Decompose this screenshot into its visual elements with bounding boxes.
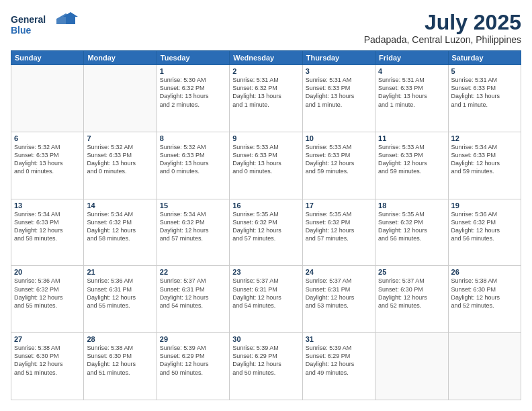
day-number: 21 xyxy=(87,268,153,276)
day-number: 8 xyxy=(160,134,226,142)
svg-text:Blue: Blue xyxy=(11,25,32,36)
calendar-cell: 19Sunrise: 5:36 AM Sunset: 6:32 PM Dayli… xyxy=(448,199,521,266)
calendar-cell: 27Sunrise: 5:38 AM Sunset: 6:30 PM Dayli… xyxy=(11,333,84,400)
week-row-4: 20Sunrise: 5:36 AM Sunset: 6:32 PM Dayli… xyxy=(11,266,521,333)
weekday-header-tuesday: Tuesday xyxy=(157,51,229,65)
calendar-cell: 9Sunrise: 5:33 AM Sunset: 6:33 PM Daylig… xyxy=(230,132,302,199)
day-number: 19 xyxy=(451,201,518,210)
day-number: 7 xyxy=(87,134,153,142)
day-number: 14 xyxy=(87,201,153,210)
calendar-cell: 6Sunrise: 5:32 AM Sunset: 6:33 PM Daylig… xyxy=(11,132,84,199)
day-number: 25 xyxy=(378,268,445,276)
day-number: 17 xyxy=(306,201,372,210)
day-detail: Sunrise: 5:33 AM Sunset: 6:33 PM Dayligh… xyxy=(232,143,299,176)
day-detail: Sunrise: 5:39 AM Sunset: 6:29 PM Dayligh… xyxy=(306,344,372,377)
day-detail: Sunrise: 5:34 AM Sunset: 6:32 PM Dayligh… xyxy=(87,210,153,243)
day-number: 30 xyxy=(232,335,299,343)
day-detail: Sunrise: 5:36 AM Sunset: 6:32 PM Dayligh… xyxy=(451,210,518,243)
day-number: 23 xyxy=(232,268,299,276)
calendar-cell: 14Sunrise: 5:34 AM Sunset: 6:32 PM Dayli… xyxy=(84,199,157,266)
day-detail: Sunrise: 5:34 AM Sunset: 6:33 PM Dayligh… xyxy=(451,143,518,176)
day-number: 10 xyxy=(306,134,372,142)
day-detail: Sunrise: 5:31 AM Sunset: 6:33 PM Dayligh… xyxy=(378,76,445,109)
week-row-3: 13Sunrise: 5:34 AM Sunset: 6:33 PM Dayli… xyxy=(11,199,521,266)
calendar-cell xyxy=(11,65,84,132)
day-detail: Sunrise: 5:38 AM Sunset: 6:30 PM Dayligh… xyxy=(14,344,81,377)
calendar-cell: 30Sunrise: 5:39 AM Sunset: 6:29 PM Dayli… xyxy=(230,333,302,400)
day-detail: Sunrise: 5:39 AM Sunset: 6:29 PM Dayligh… xyxy=(160,344,226,377)
day-detail: Sunrise: 5:35 AM Sunset: 6:32 PM Dayligh… xyxy=(306,210,372,243)
day-number: 13 xyxy=(14,201,81,210)
day-number: 1 xyxy=(160,67,226,75)
calendar-cell: 4Sunrise: 5:31 AM Sunset: 6:33 PM Daylig… xyxy=(375,65,448,132)
calendar-cell: 1Sunrise: 5:30 AM Sunset: 6:32 PM Daylig… xyxy=(157,65,229,132)
calendar-cell: 29Sunrise: 5:39 AM Sunset: 6:29 PM Dayli… xyxy=(157,333,229,400)
weekday-header-row: SundayMondayTuesdayWednesdayThursdayFrid… xyxy=(11,51,521,65)
calendar-cell: 16Sunrise: 5:35 AM Sunset: 6:32 PM Dayli… xyxy=(230,199,302,266)
day-detail: Sunrise: 5:35 AM Sunset: 6:32 PM Dayligh… xyxy=(232,210,299,243)
day-detail: Sunrise: 5:38 AM Sunset: 6:30 PM Dayligh… xyxy=(451,277,518,310)
calendar-cell: 18Sunrise: 5:35 AM Sunset: 6:32 PM Dayli… xyxy=(375,199,448,266)
day-number: 11 xyxy=(378,134,445,142)
day-number: 15 xyxy=(160,201,226,210)
calendar-table: SundayMondayTuesdayWednesdayThursdayFrid… xyxy=(11,50,521,400)
day-number: 29 xyxy=(160,335,226,343)
calendar-cell: 17Sunrise: 5:35 AM Sunset: 6:32 PM Dayli… xyxy=(302,199,375,266)
day-number: 18 xyxy=(378,201,445,210)
calendar-cell: 3Sunrise: 5:31 AM Sunset: 6:33 PM Daylig… xyxy=(302,65,375,132)
day-detail: Sunrise: 5:32 AM Sunset: 6:33 PM Dayligh… xyxy=(160,143,226,176)
day-number: 4 xyxy=(378,67,445,75)
day-detail: Sunrise: 5:37 AM Sunset: 6:30 PM Dayligh… xyxy=(378,277,445,310)
day-detail: Sunrise: 5:36 AM Sunset: 6:32 PM Dayligh… xyxy=(14,277,81,310)
weekday-header-wednesday: Wednesday xyxy=(230,51,302,65)
calendar-cell: 11Sunrise: 5:33 AM Sunset: 6:33 PM Dayli… xyxy=(375,132,448,199)
day-number: 5 xyxy=(451,67,518,75)
day-number: 16 xyxy=(232,201,299,210)
day-detail: Sunrise: 5:34 AM Sunset: 6:32 PM Dayligh… xyxy=(160,210,226,243)
weekday-header-sunday: Sunday xyxy=(11,51,84,65)
calendar-cell: 21Sunrise: 5:36 AM Sunset: 6:31 PM Dayli… xyxy=(84,266,157,333)
week-row-1: 1Sunrise: 5:30 AM Sunset: 6:32 PM Daylig… xyxy=(11,65,521,132)
day-detail: Sunrise: 5:35 AM Sunset: 6:32 PM Dayligh… xyxy=(378,210,445,243)
calendar-cell: 15Sunrise: 5:34 AM Sunset: 6:32 PM Dayli… xyxy=(157,199,229,266)
calendar-cell xyxy=(84,65,157,132)
calendar-cell: 26Sunrise: 5:38 AM Sunset: 6:30 PM Dayli… xyxy=(448,266,521,333)
day-number: 27 xyxy=(14,335,81,343)
day-number: 2 xyxy=(232,67,299,75)
header: General Blue July 2025 Padapada, Central… xyxy=(11,11,521,45)
calendar-cell: 2Sunrise: 5:31 AM Sunset: 6:32 PM Daylig… xyxy=(230,65,302,132)
day-detail: Sunrise: 5:38 AM Sunset: 6:30 PM Dayligh… xyxy=(87,344,153,377)
day-detail: Sunrise: 5:36 AM Sunset: 6:31 PM Dayligh… xyxy=(87,277,153,310)
weekday-header-friday: Friday xyxy=(375,51,448,65)
calendar-cell: 24Sunrise: 5:37 AM Sunset: 6:31 PM Dayli… xyxy=(302,266,375,333)
calendar-cell: 10Sunrise: 5:33 AM Sunset: 6:33 PM Dayli… xyxy=(302,132,375,199)
day-number: 9 xyxy=(232,134,299,142)
calendar-cell: 8Sunrise: 5:32 AM Sunset: 6:33 PM Daylig… xyxy=(157,132,229,199)
day-number: 26 xyxy=(451,268,518,276)
main-title: July 2025 xyxy=(364,11,521,34)
day-detail: Sunrise: 5:32 AM Sunset: 6:33 PM Dayligh… xyxy=(14,143,81,176)
title-block: July 2025 Padapada, Central Luzon, Phili… xyxy=(364,11,521,45)
week-row-5: 27Sunrise: 5:38 AM Sunset: 6:30 PM Dayli… xyxy=(11,333,521,400)
logo-svg: General Blue xyxy=(11,11,85,39)
weekday-header-saturday: Saturday xyxy=(448,51,521,65)
day-number: 12 xyxy=(451,134,518,142)
day-number: 20 xyxy=(14,268,81,276)
calendar-cell: 23Sunrise: 5:37 AM Sunset: 6:31 PM Dayli… xyxy=(230,266,302,333)
calendar-cell: 28Sunrise: 5:38 AM Sunset: 6:30 PM Dayli… xyxy=(84,333,157,400)
calendar-cell xyxy=(448,333,521,400)
subtitle: Padapada, Central Luzon, Philippines xyxy=(364,34,521,45)
week-row-2: 6Sunrise: 5:32 AM Sunset: 6:33 PM Daylig… xyxy=(11,132,521,199)
calendar-cell: 7Sunrise: 5:32 AM Sunset: 6:33 PM Daylig… xyxy=(84,132,157,199)
day-number: 28 xyxy=(87,335,153,343)
calendar-cell: 13Sunrise: 5:34 AM Sunset: 6:33 PM Dayli… xyxy=(11,199,84,266)
day-detail: Sunrise: 5:37 AM Sunset: 6:31 PM Dayligh… xyxy=(160,277,226,310)
calendar-cell xyxy=(375,333,448,400)
day-detail: Sunrise: 5:34 AM Sunset: 6:33 PM Dayligh… xyxy=(14,210,81,243)
day-detail: Sunrise: 5:37 AM Sunset: 6:31 PM Dayligh… xyxy=(232,277,299,310)
svg-text:General: General xyxy=(11,14,46,25)
day-number: 6 xyxy=(14,134,81,142)
weekday-header-thursday: Thursday xyxy=(302,51,375,65)
calendar-cell: 31Sunrise: 5:39 AM Sunset: 6:29 PM Dayli… xyxy=(302,333,375,400)
day-number: 31 xyxy=(306,335,372,343)
